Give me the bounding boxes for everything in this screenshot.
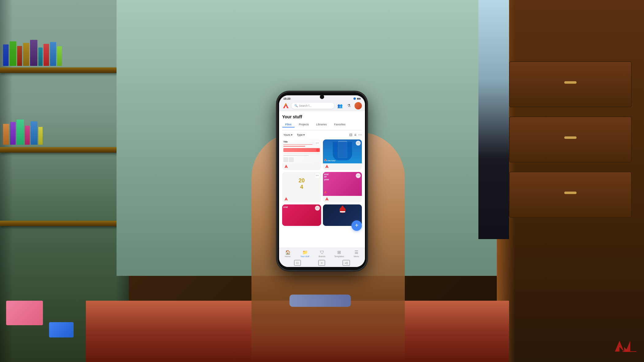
nav-your-stuff[interactable]: 📁 Your stuff bbox=[296, 250, 313, 257]
filter-row: Yours ▾ Type ▾ ⊟ ≡ ⋯ bbox=[282, 133, 362, 137]
file-more-btn-2[interactable]: ⋯ bbox=[356, 141, 361, 146]
page-title: Your stuff bbox=[282, 114, 362, 119]
file-more-btn-1[interactable]: ⋯ bbox=[315, 141, 320, 146]
phone-screen: 15:23 🔵 ▮▮▮ bbox=[279, 95, 365, 267]
nav-home-label: Home bbox=[285, 255, 291, 257]
more-options-btn[interactable]: ⋯ bbox=[358, 133, 362, 137]
card-logo-1 bbox=[284, 164, 288, 169]
card-logo-2 bbox=[325, 164, 329, 169]
card-footer-2 bbox=[323, 163, 362, 170]
camera-notch bbox=[320, 95, 324, 99]
nav-home[interactable]: 🏠 Home bbox=[279, 250, 296, 257]
nav-yourstuff-label: Your stuff bbox=[300, 255, 309, 257]
app-header: 🔍 Search f... 👥 ⚗ bbox=[279, 101, 365, 111]
header-icons: 👥 ⚗ bbox=[336, 102, 362, 109]
square-nav-btn[interactable]: □ bbox=[294, 260, 301, 266]
nav-menu[interactable]: ☰ Menu bbox=[348, 250, 365, 257]
system-nav: □ ○ ◁ bbox=[279, 259, 365, 267]
svg-marker-5 bbox=[324, 158, 327, 161]
avatar-btn[interactable] bbox=[355, 102, 362, 109]
watermark bbox=[613, 339, 638, 356]
nav-menu-label: Menu bbox=[354, 255, 359, 257]
tab-files[interactable]: Files bbox=[282, 122, 295, 128]
nav-templates[interactable]: ⊞ Templates bbox=[331, 250, 348, 257]
card-logo-3 bbox=[284, 197, 288, 201]
sleeve bbox=[289, 295, 351, 307]
file-card-1[interactable]: Title bbox=[282, 139, 321, 170]
door bbox=[478, 0, 509, 239]
bottom-nav: 🏠 Home 📁 Your stuff 🛡 Brands ⊞ Templates… bbox=[279, 248, 365, 259]
menu-icon: ☰ bbox=[355, 250, 358, 255]
card-logo-4 bbox=[325, 197, 329, 201]
type-filter[interactable]: Type ▾ bbox=[296, 133, 306, 137]
card-footer-1 bbox=[282, 163, 321, 170]
card-footer-4 bbox=[323, 196, 362, 202]
tab-projects[interactable]: Projects bbox=[296, 122, 312, 128]
search-icon: 🔍 bbox=[294, 104, 298, 107]
search-text: Search f... bbox=[299, 104, 312, 107]
svg-marker-4 bbox=[285, 165, 288, 168]
list-view-btn[interactable]: ≡ bbox=[354, 133, 356, 137]
file-card-2[interactable]: C is the futur bbox=[323, 139, 362, 170]
fab-add-button[interactable]: + bbox=[351, 220, 362, 231]
templates-icon: ⊞ bbox=[337, 250, 341, 255]
svg-marker-3 bbox=[284, 103, 287, 106]
svg-marker-6 bbox=[325, 165, 329, 168]
tab-divider bbox=[282, 130, 362, 130]
status-icons: 🔵 ▮▮▮ bbox=[353, 97, 361, 100]
shelf-1 bbox=[0, 67, 129, 73]
bluetooth-icon: 🔵 bbox=[353, 97, 356, 100]
flask-icon-btn[interactable]: ⚗ bbox=[345, 102, 353, 109]
circle-nav-btn[interactable]: ○ bbox=[318, 260, 325, 266]
people-icon-btn[interactable]: 👥 bbox=[336, 102, 343, 109]
files-grid: Title bbox=[282, 139, 362, 226]
svg-marker-7 bbox=[285, 197, 288, 200]
shelf-3 bbox=[0, 221, 129, 226]
brands-icon: 🛡 bbox=[320, 250, 324, 255]
nav-brands-label: Brands bbox=[319, 255, 325, 257]
file-card-4[interactable]: endofyear bbox=[323, 172, 362, 203]
file-more-btn-3[interactable]: ⋯ bbox=[315, 173, 320, 178]
nav-templates-label: Templates bbox=[334, 255, 344, 257]
home-icon: 🏠 bbox=[285, 250, 290, 255]
svg-marker-8 bbox=[324, 191, 327, 193]
back-nav-btn[interactable]: ◁ bbox=[343, 260, 350, 266]
file-more-btn-5[interactable]: ⋯ bbox=[315, 206, 320, 211]
phone: 15:23 🔵 ▮▮▮ bbox=[278, 92, 366, 270]
file-card-3[interactable]: 204 ⋯ bbox=[282, 172, 321, 203]
svg-marker-9 bbox=[325, 197, 329, 200]
gold-year: 204 bbox=[296, 175, 307, 193]
cabinet-right bbox=[497, 0, 644, 362]
battery-icon: ▮▮▮ bbox=[357, 97, 361, 100]
file-more-btn-4[interactable]: ⋯ bbox=[356, 173, 361, 178]
view-controls: ⊟ ≡ ⋯ bbox=[349, 133, 362, 137]
card-footer-3 bbox=[282, 196, 321, 202]
folder-view-btn[interactable]: ⊟ bbox=[349, 133, 352, 137]
shelf-2 bbox=[0, 147, 129, 153]
nav-brands[interactable]: 🛡 Brands bbox=[313, 250, 331, 257]
file-card-5[interactable]: end ⋯ bbox=[282, 204, 321, 226]
tab-libraries[interactable]: Libraries bbox=[313, 122, 330, 128]
app-logo[interactable] bbox=[282, 102, 289, 109]
tab-favorites[interactable]: Favorites bbox=[331, 122, 349, 128]
search-bar[interactable]: 🔍 Search f... bbox=[291, 103, 334, 109]
status-time: 15:23 bbox=[283, 97, 290, 100]
svg-marker-11 bbox=[626, 341, 635, 352]
main-content[interactable]: Your stuff Files Projects Libraries Favo… bbox=[279, 111, 365, 248]
yours-filter[interactable]: Yours ▾ bbox=[282, 133, 294, 137]
phone-wrapper: 15:23 🔵 ▮▮▮ bbox=[278, 92, 366, 270]
tabs-row: Files Projects Libraries Favorites bbox=[282, 122, 362, 128]
chevron-down-icon-2: ▾ bbox=[303, 133, 305, 136]
folder-icon: 📁 bbox=[302, 250, 308, 255]
chevron-down-icon: ▾ bbox=[291, 133, 293, 136]
